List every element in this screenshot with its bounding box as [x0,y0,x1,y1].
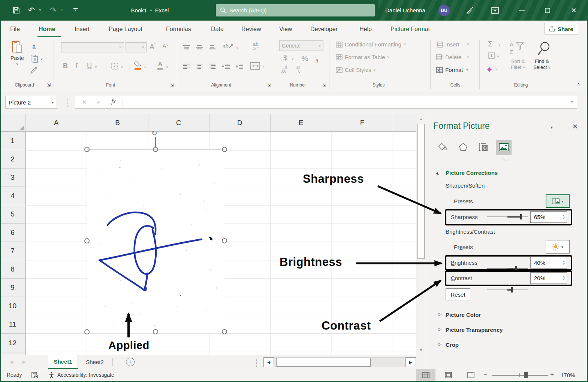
orientation-dropdown-icon[interactable]: ˅ [236,46,238,50]
pane-tab-fill-line[interactable] [435,140,451,155]
align-right-icon[interactable] [208,64,216,69]
brightness-spinner[interactable]: ˄˅ [563,260,565,266]
font-color-dropdown-icon[interactable]: ˅ [166,65,168,69]
name-box[interactable]: Picture 2 ▾ [5,96,57,109]
find-select-icon[interactable] [537,40,552,58]
align-center-icon[interactable] [196,64,203,69]
tab-file[interactable]: File [10,21,20,37]
minimize-button[interactable]: — [514,0,530,21]
format-painter-icon[interactable] [30,66,39,76]
clear-icon[interactable]: ◈ [487,65,492,73]
sort-filter-label[interactable]: Sort & Filter ˅ [508,58,528,71]
undo-dropdown-icon[interactable]: ˅ [37,0,43,21]
rotate-handle-icon[interactable]: ↻ [151,129,157,137]
number-format-combo[interactable]: General˅ [279,40,323,51]
row-header-8[interactable]: 8 [0,260,25,279]
hscroll-left-icon[interactable]: ◀ [263,357,274,367]
tab-help[interactable]: Help [359,21,372,37]
zoom-slider-track[interactable] [492,375,548,376]
tab-formulas[interactable]: Formulas [166,21,191,37]
contrast-slider-thumb[interactable] [511,287,513,292]
fill-color-dropdown-icon[interactable]: ˅ [144,65,147,69]
sharpen-presets-button[interactable]: ▾ [546,194,570,208]
picture-transparency-header[interactable]: Picture Transparency [446,327,503,333]
sharpness-spinner[interactable]: ˄˅ [563,215,565,220]
conditional-formatting-button[interactable]: Conditional Formatting˅ [336,41,406,48]
coming-soon-icon[interactable] [462,0,477,21]
clipboard-dialog-launcher-icon[interactable]: ⇲ [47,82,51,88]
pane-tab-size-properties[interactable] [476,140,491,155]
contrast-slider[interactable] [487,287,528,293]
name-box-dropdown-icon[interactable]: ▾ [52,100,54,104]
macro-record-icon[interactable] [31,372,38,380]
contrast-spinner[interactable]: ˄˅ [563,276,565,281]
user-name[interactable]: Daniel Uchenna [385,0,425,21]
horizontal-scrollbar-thumb[interactable] [276,358,371,367]
borders-icon[interactable] [111,63,118,71]
wrap-text-icon[interactable]: abc⮐ [253,42,259,51]
tab-data[interactable]: Data [211,21,224,37]
alignment-dialog-launcher-icon[interactable]: ⇲ [267,82,271,88]
tab-insert[interactable]: Insert [75,21,90,37]
contrast-value-input[interactable]: 20% ˄˅ [530,272,567,284]
vertical-scrollbar[interactable]: ▲ ▼ [416,114,426,355]
bc-presets-button[interactable]: ▾ [546,240,570,254]
delete-cells-button[interactable]: Delete˅ [436,54,469,60]
insert-function-icon[interactable]: fx [111,98,116,105]
save-icon[interactable] [10,0,22,22]
copy-icon[interactable] [31,55,38,64]
percent-format-icon[interactable]: % [301,54,308,63]
sheet-nav-right-icon[interactable]: ▶ [22,360,25,364]
share-button[interactable]: Share [544,23,578,35]
row-header-2[interactable]: 2 [0,150,25,169]
customize-qat-icon[interactable]: ˅ [71,0,79,11]
close-button[interactable]: ✕ [566,0,582,21]
ribbon-display-options-icon[interactable] [487,0,503,21]
font-name-combo[interactable]: ˅ [61,42,124,52]
scroll-up-icon[interactable]: ▲ [416,117,426,121]
currency-dropdown-icon[interactable]: ˅ [292,57,294,61]
row-header-11[interactable]: 11 [0,315,25,334]
expand-formula-bar-icon[interactable]: ˅ [571,100,573,104]
find-select-label[interactable]: Find & Select ˅ [531,58,552,71]
underline-dropdown-icon[interactable]: ˅ [95,65,97,69]
reset-button[interactable]: Reset [446,288,470,300]
tab-review[interactable]: Review [241,21,261,37]
row-header-4[interactable]: 4 [0,187,25,205]
row-header-5[interactable]: 5 [0,205,25,224]
picture-corrections-header[interactable]: Picture Corrections [446,170,498,176]
column-header-a[interactable]: A [25,114,87,131]
cut-icon[interactable]: ✂ [30,44,38,49]
fill-dropdown-icon[interactable]: ˅ [497,55,499,59]
redo-dropdown-icon[interactable]: ˅ [59,0,64,21]
accessibility-icon[interactable] [48,372,55,380]
tab-page-layout[interactable]: Page Layout [109,21,142,37]
zoom-slider-thumb[interactable] [524,372,528,378]
row-header-6[interactable]: 6 [0,224,25,242]
zoom-level[interactable]: 170% [561,369,575,381]
increase-font-icon[interactable]: Aˆ [150,43,156,51]
insert-cells-button[interactable]: Insert˅ [436,41,469,48]
maximize-button[interactable] [540,0,555,21]
zoom-out-icon[interactable]: − [483,371,487,378]
enter-formula-icon[interactable]: ✓ [96,99,101,106]
picture-transparency-expand-icon[interactable]: ▷ [438,327,441,332]
resize-handle-top-left[interactable] [84,147,90,152]
resize-handle-middle-right[interactable] [222,238,227,243]
bottom-align-icon[interactable] [208,45,216,50]
row-header-7[interactable]: 7 [0,242,25,260]
fill-color-icon[interactable] [134,61,142,70]
fill-down-icon[interactable] [488,52,495,60]
undo-button[interactable]: ↶ [26,0,37,21]
clear-dropdown-icon[interactable]: ˅ [495,67,498,72]
font-color-icon[interactable]: A [157,61,163,70]
sheet-nav-left-icon[interactable]: ◀ [10,360,13,364]
italic-button[interactable]: I [75,62,78,70]
vertical-scrollbar-thumb[interactable] [417,124,425,259]
tab-view[interactable]: View [279,21,292,37]
accessibility-status[interactable]: Accessibility: Investigate [57,369,114,381]
column-header-b[interactable]: B [87,114,148,131]
redo-button[interactable]: ↷ [48,0,58,21]
page-layout-view-button[interactable] [438,369,458,381]
row-header-12[interactable]: 12 [0,334,25,352]
